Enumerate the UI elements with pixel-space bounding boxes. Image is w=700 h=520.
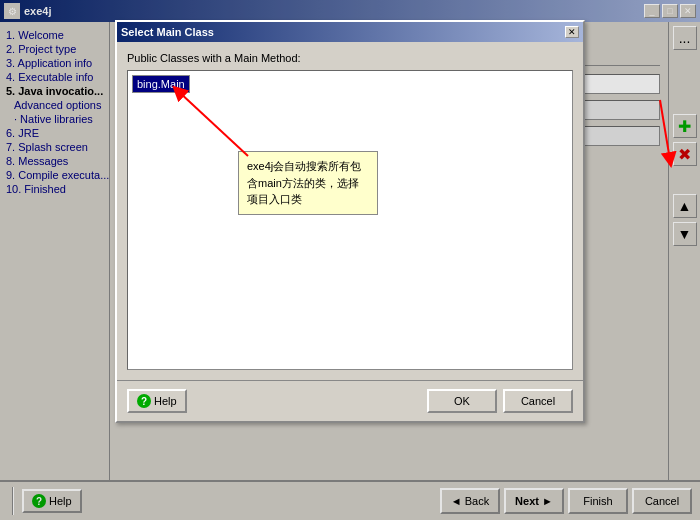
modal-footer: ? Help OK Cancel [117,380,583,421]
svg-line-1 [660,100,670,160]
modal-listbox[interactable]: bing.Main exe4j会自动搜索所有包含main方法的类，选择项目入口类 [127,70,573,370]
modal-body: Public Classes with a Main Method: bing.… [117,42,583,380]
main-class-item[interactable]: bing.Main [132,75,190,93]
modal-label: Public Classes with a Main Method: [127,52,573,64]
modal-title-bar: Select Main Class ✕ [117,22,583,42]
modal-ok-button[interactable]: OK [427,389,497,413]
select-main-class-modal: Select Main Class ✕ Public Classes with … [115,20,585,423]
tooltip: exe4j会自动搜索所有包含main方法的类，选择项目入口类 [238,151,378,215]
modal-overlay: Select Main Class ✕ Public Classes with … [0,0,700,520]
modal-help-icon: ? [137,394,151,408]
modal-close-button[interactable]: ✕ [565,26,579,38]
modal-help-button[interactable]: ? Help [127,389,187,413]
tooltip-text: exe4j会自动搜索所有包含main方法的类，选择项目入口类 [247,160,361,205]
modal-title: Select Main Class [121,26,214,38]
modal-cancel-button[interactable]: Cancel [503,389,573,413]
svg-line-0 [178,91,248,156]
annotation-arrow [128,71,572,369]
